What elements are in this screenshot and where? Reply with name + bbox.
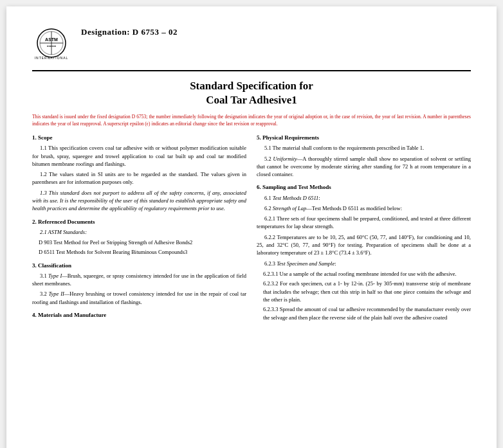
s5-p1: 5.1 The material shall conform to the re… bbox=[257, 144, 471, 152]
s622: 6.2.2 Temperatures are to be 10, 25, and… bbox=[257, 233, 471, 257]
section-4-title: 4. Materials and Manufacture bbox=[32, 311, 246, 319]
right-column: 5. Physical Requirements 5.1 The materia… bbox=[257, 134, 471, 323]
s621: 6.2.1 Three sets of four specimens shall… bbox=[257, 215, 471, 231]
s5-p2: 5.2 Uniformity—A thoroughly stirred samp… bbox=[257, 155, 471, 179]
s2-d6511: D 6511 Test Methods for Solvent Bearing … bbox=[32, 248, 246, 256]
s2-d903: D 903 Test Method for Peel or Stripping … bbox=[32, 238, 246, 246]
s1-p1: 1.1 This specification covers coal tar a… bbox=[32, 144, 246, 168]
document-page: ASTM ●●●●●● INTERNATIONAL Designation: D… bbox=[6, 6, 497, 448]
svg-text:●●●●●●: ●●●●●● bbox=[47, 44, 57, 48]
s623: 6.2.3 Test Specimen and Sample: bbox=[257, 260, 471, 267]
left-column: 1. Scope 1.1 This specification covers c… bbox=[32, 134, 246, 323]
s3-p1: 3.1 Type I—Brush, squeegee, or spray con… bbox=[32, 272, 246, 288]
s6-p1: 6.1 Test Methods D 6511: bbox=[257, 194, 471, 202]
s1-p2: 1.2 The values stated in SI units are to… bbox=[32, 170, 246, 186]
s3-p2: 3.2 Type II—Heavy brushing or trowel con… bbox=[32, 290, 246, 306]
designation-area: Designation: D 6753 – 02 bbox=[81, 27, 178, 37]
svg-text:ASTM: ASTM bbox=[45, 37, 58, 42]
document-header: ASTM ●●●●●● INTERNATIONAL Designation: D… bbox=[32, 27, 471, 71]
s6231: 6.2.3.1 Use a sample of the actual roofi… bbox=[257, 270, 471, 278]
s6232: 6.2.3.2 For each specimen, cut a 1- by 1… bbox=[257, 280, 471, 303]
s2-p1: 2.1 ASTM Standards: bbox=[32, 228, 246, 236]
designation-text: Designation: D 6753 – 02 bbox=[81, 27, 178, 37]
section-5-title: 5. Physical Requirements bbox=[257, 134, 471, 142]
section-3-title: 3. Classification bbox=[32, 262, 246, 270]
section-2-title: 2. Referenced Documents bbox=[32, 218, 246, 226]
section-6-title: 6. Sampling and Test Methods bbox=[257, 183, 471, 192]
s1-p3: 1.3 This standard does not purport to ad… bbox=[32, 189, 246, 213]
s6-p2: 6.2 Strength of Lap—Test Methods D 6511 … bbox=[257, 204, 471, 212]
title-section: Standard Specification for Coal Tar Adhe… bbox=[32, 79, 471, 107]
main-title: Standard Specification for Coal Tar Adhe… bbox=[32, 79, 471, 107]
astm-logo: ASTM ●●●●●● INTERNATIONAL bbox=[32, 27, 71, 62]
notice-text: This standard is issued under the fixed … bbox=[32, 114, 471, 127]
section-1-title: 1. Scope bbox=[32, 134, 246, 142]
s6233: 6.2.3.3 Spread the amount of coal tar ad… bbox=[257, 305, 471, 321]
main-content: 1. Scope 1.1 This specification covers c… bbox=[32, 134, 471, 323]
logo-area: ASTM ●●●●●● INTERNATIONAL bbox=[32, 27, 71, 65]
svg-text:INTERNATIONAL: INTERNATIONAL bbox=[35, 56, 69, 60]
